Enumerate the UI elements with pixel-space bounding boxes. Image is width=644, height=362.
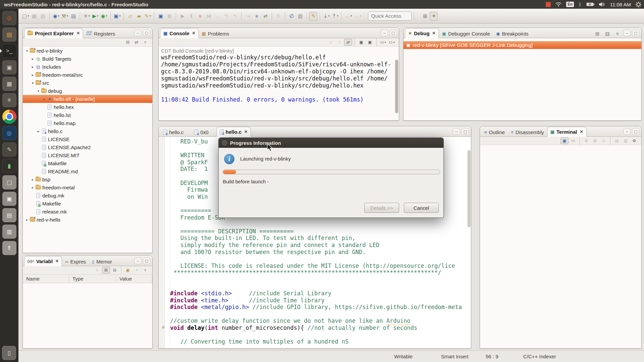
expand-arrow-icon[interactable]: ▸: [31, 178, 35, 181]
pin-console-button[interactable]: ⇄: [344, 39, 352, 46]
debug-perspective-button[interactable]: ✶: [430, 12, 438, 20]
show-type-names-button[interactable]: ≡: [93, 267, 101, 274]
tab-expres[interactable]: ∞Expres: [62, 257, 89, 266]
tree-item-hello-lst[interactable]: hello.lst: [23, 111, 152, 119]
tab-debugger-console[interactable]: ▣Debugger Console: [439, 29, 493, 38]
new-wizard-button[interactable]: ▢▾: [21, 12, 30, 20]
export-button[interactable]: ▰: [135, 12, 143, 20]
trash-icon[interactable]: ▯: [2, 346, 16, 360]
skip-breakpoints-button[interactable]: ∅: [287, 12, 296, 20]
tree-item-freedom-metal-src[interactable]: ▸freedom-metal/src: [23, 71, 152, 79]
app-icon-4[interactable]: ▥: [2, 225, 16, 239]
fold-collapse-icon[interactable]: ⊖: [162, 325, 165, 329]
app-icon-2[interactable]: ▣: [2, 192, 16, 206]
flash-target-button[interactable]: ◉▾: [52, 12, 60, 20]
dash-home-icon[interactable]: ⊙: [2, 11, 16, 25]
tab-variabl[interactable]: (x)=Variabl✕: [24, 256, 62, 266]
keyboard-layout-indicator[interactable]: En: [566, 2, 574, 7]
add-watch-button[interactable]: ▣: [124, 267, 132, 274]
column-header-type[interactable]: Type: [69, 275, 116, 283]
terminal-icon[interactable]: >_: [2, 44, 16, 58]
expand-arrow-icon[interactable]: ▸: [31, 73, 35, 77]
maximize-button[interactable]: ▢: [632, 29, 639, 36]
open-terminal-button[interactable]: ▣: [560, 137, 569, 144]
maximize-button[interactable]: ▢: [143, 29, 150, 36]
build-button[interactable]: ⚒▾: [61, 12, 69, 20]
minimize-button[interactable]: –: [623, 29, 631, 36]
close-tab-icon[interactable]: ✕: [55, 259, 59, 263]
maximize-button[interactable]: ▢: [389, 29, 397, 36]
next-annotation-button[interactable]: ⇣▾: [322, 12, 330, 20]
tab-outline[interactable]: ≡Outline: [481, 128, 508, 136]
tree-item-makefile[interactable]: Makefile: [23, 199, 152, 207]
expand-arrow-icon[interactable]: ▾: [25, 49, 29, 53]
terminate-button[interactable]: ■: [196, 12, 204, 20]
clock[interactable]: 11:08 AM: [610, 2, 631, 7]
tab-problems[interactable]: ▦Problems: [199, 29, 232, 38]
view-menu-button[interactable]: ▿: [141, 267, 149, 274]
close-tab-icon[interactable]: ✕: [432, 31, 436, 36]
tree-item-includes[interactable]: ▸▤Includes: [23, 63, 152, 71]
minimize-button[interactable]: –: [134, 29, 142, 36]
tab-terminal[interactable]: ▣Terminal✕: [547, 127, 587, 137]
cancel-button[interactable]: Cancel: [404, 203, 439, 213]
remove-all-terminated-button[interactable]: ⊠: [593, 29, 601, 38]
tab-breakpoints[interactable]: ◉Breakpoints: [493, 29, 532, 38]
clear-console-button[interactable]: ⊠: [165, 12, 173, 20]
expand-arrow-icon[interactable]: ▸: [25, 218, 29, 222]
tree-item-freedom-metal[interactable]: ▸freedom-metal: [23, 183, 152, 191]
close-tab-icon[interactable]: ✕: [76, 31, 80, 36]
expand-arrow-icon[interactable]: ▸: [31, 186, 35, 189]
open-console-button[interactable]: ▣: [157, 12, 165, 20]
tree-item-hello-elf-none-le[interactable]: ▸✶hello.elf - [none/le]: [23, 95, 152, 103]
open-perspective-button[interactable]: ⊞: [421, 12, 429, 20]
close-tab-icon[interactable]: ✕: [580, 129, 583, 134]
dialog-titlebar[interactable]: Progress Information: [219, 138, 443, 148]
tree-item-src[interactable]: ▾src: [23, 79, 152, 87]
show-logical-structure-button[interactable]: ⊞: [102, 267, 110, 274]
back-history-button[interactable]: ←▾: [344, 12, 353, 20]
step-return-button[interactable]: ↰: [231, 12, 239, 20]
step-over-button[interactable]: ↷: [222, 12, 230, 20]
tree-item-license-mit[interactable]: LICENSE.MIT: [23, 151, 152, 159]
minimize-button[interactable]: –: [623, 128, 631, 135]
scroll-to-top-button[interactable]: ↑: [335, 39, 343, 46]
debug-launch-item[interactable]: ▣ red-v-blinky [SiFive GDB SEGGER J-Link…: [404, 41, 641, 49]
tab-project-explorer[interactable]: Project Explorer✕: [24, 28, 83, 38]
files-icon[interactable]: ▤: [2, 27, 16, 42]
console-app-icon[interactable]: ▮: [2, 159, 16, 173]
remove-terminal-button[interactable]: ⊠: [591, 137, 599, 144]
minimize-button[interactable]: –: [453, 128, 460, 135]
profile-button[interactable]: ◉▾: [100, 12, 108, 20]
maximize-button[interactable]: ▢: [462, 128, 469, 135]
text-editor-icon[interactable]: ≡: [2, 93, 16, 107]
terminal-settings-button[interactable]: ⚙: [630, 137, 638, 144]
expand-arrow-icon[interactable]: ▸: [31, 57, 35, 61]
resume-button[interactable]: ▶: [178, 12, 186, 20]
suspend-button[interactable]: Ⅱ: [187, 12, 195, 20]
editor-scrollbar[interactable]: [468, 150, 471, 227]
tab-registers[interactable]: 1010 0101Registers: [83, 29, 118, 38]
gimp-icon[interactable]: ✎: [2, 142, 16, 157]
tree-item-hello-map[interactable]: hello.map: [23, 119, 152, 127]
expand-arrow-icon[interactable]: ▸: [42, 97, 46, 101]
tree-item-makefile[interactable]: Makefile: [23, 159, 152, 167]
usb-device-icon[interactable]: ⇑: [2, 241, 16, 255]
bookmark-pencil-button[interactable]: ✎▾: [144, 12, 152, 20]
expand-arrow-icon[interactable]: ▾: [36, 89, 41, 93]
paste-button[interactable]: ▥: [622, 137, 630, 144]
tab-hello-c[interactable]: hello.c✕: [216, 127, 251, 137]
show-debug-console-button[interactable]: ≡: [253, 12, 261, 20]
tab-disassembly[interactable]: ≡Disassembly: [508, 128, 547, 136]
step-into-button[interactable]: ↓: [213, 12, 221, 20]
close-tab-icon[interactable]: ✕: [192, 31, 195, 36]
bluetooth-icon[interactable]: ᛒ: [579, 2, 581, 7]
tree-item-readme-md[interactable]: README.md: [23, 167, 152, 175]
close-tab-icon[interactable]: ✕: [244, 129, 248, 134]
screenshot-icon[interactable]: ▣: [2, 60, 16, 74]
scroll-lock-button[interactable]: ⊡: [600, 137, 608, 144]
volume-icon[interactable]: [599, 2, 605, 7]
recording-indicator-icon[interactable]: [546, 2, 551, 7]
open-console-menu-button[interactable]: ▭▾: [379, 39, 387, 46]
details-button[interactable]: Details >>: [364, 203, 399, 213]
